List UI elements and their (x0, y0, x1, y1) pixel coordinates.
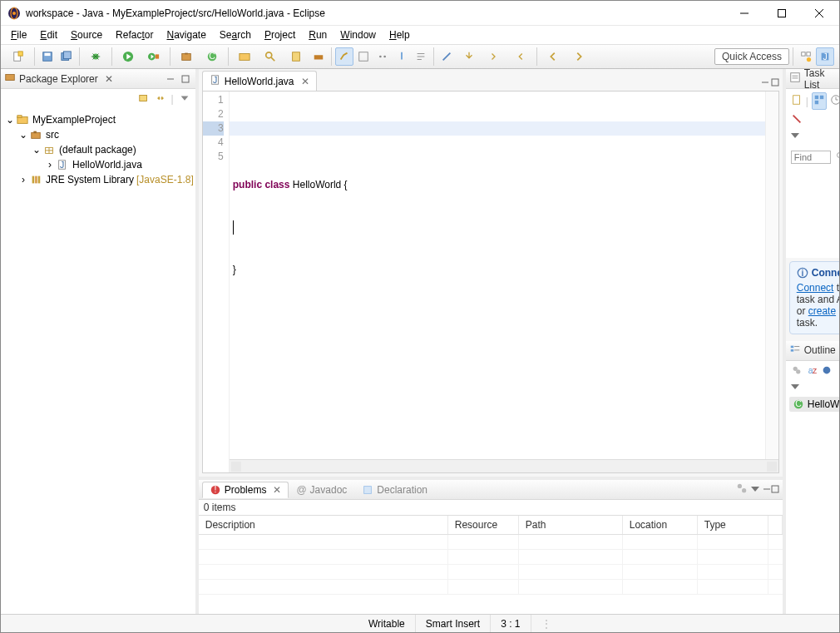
hide-static-icon[interactable]: s (836, 364, 840, 378)
pin-button[interactable] (393, 47, 411, 66)
build-button[interactable] (309, 47, 328, 66)
editor-tab[interactable]: J HelloWorld.java ✕ (202, 71, 317, 91)
tab-javadoc[interactable]: @ Javadoc (289, 482, 354, 498)
step-button[interactable] (457, 47, 482, 66)
menu-project[interactable]: Project (258, 27, 302, 42)
next-annotation-button[interactable] (482, 47, 507, 66)
svg-rect-4 (778, 9, 785, 17)
connect-link[interactable]: Connect (797, 282, 834, 294)
close-tab-icon[interactable]: ✕ (301, 76, 309, 87)
show-whitespace-button[interactable] (373, 47, 392, 66)
twister-open-icon[interactable]: ⌄ (4, 114, 16, 126)
find-input[interactable] (791, 151, 831, 164)
tree-default-package[interactable]: ⌄ (default package) (2, 142, 194, 157)
col-resource[interactable]: Resource (448, 516, 519, 534)
open-type-button[interactable] (232, 47, 257, 66)
tree-project[interactable]: ⌄ MyExampleProject (2, 112, 194, 127)
menu-run[interactable]: Run (302, 27, 334, 42)
collapse-all-icon[interactable] (138, 92, 150, 106)
close-pane-icon[interactable]: ✕ (101, 73, 116, 85)
menu-navigate[interactable]: Navigate (160, 27, 212, 42)
sort-icon[interactable]: az (806, 364, 818, 378)
search-button[interactable] (258, 47, 283, 66)
view-menu-icon[interactable] (179, 92, 190, 106)
col-description[interactable]: Description (199, 516, 448, 534)
outline-item[interactable]: C HelloWorld (789, 397, 840, 412)
twister-closed-icon[interactable]: › (44, 159, 56, 171)
menu-search[interactable]: Search (213, 27, 258, 42)
svg-rect-93 (790, 345, 793, 348)
tab-declaration[interactable]: Declaration (354, 482, 435, 498)
forward-button[interactable] (566, 47, 591, 66)
filters-icon[interactable] (736, 482, 748, 497)
minimize-pane-icon[interactable] (763, 484, 771, 496)
col-path[interactable]: Path (519, 516, 623, 534)
svg-rect-34 (401, 52, 403, 60)
hide-icon[interactable] (791, 113, 803, 127)
new-button[interactable] (6, 47, 31, 66)
close-tab-icon[interactable]: ✕ (273, 484, 281, 496)
maximize-button[interactable] (763, 1, 800, 25)
back-button[interactable] (541, 47, 566, 66)
view-menu-icon[interactable] (751, 484, 759, 496)
save-button[interactable] (38, 47, 57, 66)
new-task-icon[interactable] (791, 94, 803, 108)
minimize-editor-icon[interactable] (761, 77, 769, 89)
format-button[interactable] (412, 47, 430, 66)
close-button[interactable] (800, 1, 838, 25)
menu-source[interactable]: Source (64, 27, 109, 42)
categorized-icon[interactable] (812, 92, 827, 110)
open-perspective-button[interactable] (797, 47, 815, 66)
minimize-button[interactable] (725, 1, 763, 25)
code-editor[interactable]: 1 2 3 4 5 public class HelloWorld { } (202, 91, 779, 473)
toggle-block-button[interactable] (354, 47, 373, 66)
menu-refactor[interactable]: Refactor (109, 27, 160, 42)
tree-file[interactable]: › J HelloWorld.java (2, 157, 194, 172)
problems-table[interactable]: Description Resource Path Location Type (199, 515, 783, 614)
task-list-menu[interactable] (786, 131, 840, 142)
focus-icon[interactable] (791, 364, 803, 378)
svg-rect-23 (185, 53, 188, 55)
outline-menu[interactable] (786, 382, 840, 393)
maximize-pane-icon[interactable] (771, 484, 779, 496)
new-class-button[interactable]: C (200, 47, 225, 66)
debug-button[interactable] (83, 47, 108, 66)
hide-fields-icon[interactable] (821, 364, 833, 378)
minimize-pane-icon[interactable] (164, 72, 177, 86)
wand-button[interactable] (437, 47, 456, 66)
svg-rect-39 (802, 52, 805, 56)
svg-text:C: C (795, 398, 802, 408)
twister-open-icon[interactable]: ⌄ (17, 129, 29, 141)
col-location[interactable]: Location (623, 516, 698, 534)
tree-src[interactable]: ⌄ src (2, 127, 194, 142)
package-explorer-tree[interactable]: ⌄ MyExampleProject ⌄ src ⌄ (default pack… (1, 109, 195, 614)
new-package-button[interactable] (174, 47, 199, 66)
menu-edit[interactable]: Edit (33, 27, 64, 42)
menu-window[interactable]: Window (334, 27, 383, 42)
code-area[interactable]: public class HelloWorld { } (230, 91, 778, 472)
menu-help[interactable]: Help (383, 27, 417, 42)
scheduled-icon[interactable] (830, 94, 840, 108)
save-all-button[interactable] (57, 47, 76, 66)
run-button[interactable] (116, 47, 141, 66)
horizontal-scrollbar[interactable] (230, 459, 778, 472)
link-editor-icon[interactable] (155, 92, 166, 106)
outline-body[interactable]: C HelloWorld (786, 393, 840, 614)
search-within-icon[interactable] (836, 151, 840, 164)
tree-jre[interactable]: › JRE System Library [JavaSE-1.8] (2, 172, 194, 187)
java-perspective-button[interactable]: J (816, 47, 834, 66)
toggle-mark-button[interactable] (335, 47, 353, 66)
menu-file[interactable]: File (4, 27, 33, 42)
twister-closed-icon[interactable]: › (17, 174, 29, 185)
maximize-editor-icon[interactable] (771, 77, 779, 89)
tab-problems[interactable]: ! Problems ✕ (202, 482, 289, 498)
col-type[interactable]: Type (698, 516, 768, 534)
quick-access[interactable]: Quick Access (714, 48, 789, 65)
prev-annotation-button[interactable] (508, 47, 533, 66)
run-last-button[interactable] (141, 47, 166, 66)
twister-open-icon[interactable]: ⌄ (31, 144, 42, 156)
maximize-pane-icon[interactable] (179, 72, 192, 86)
svg-text:i: i (801, 267, 803, 277)
annotate-button[interactable] (284, 47, 309, 66)
create-link[interactable]: create (808, 305, 836, 317)
